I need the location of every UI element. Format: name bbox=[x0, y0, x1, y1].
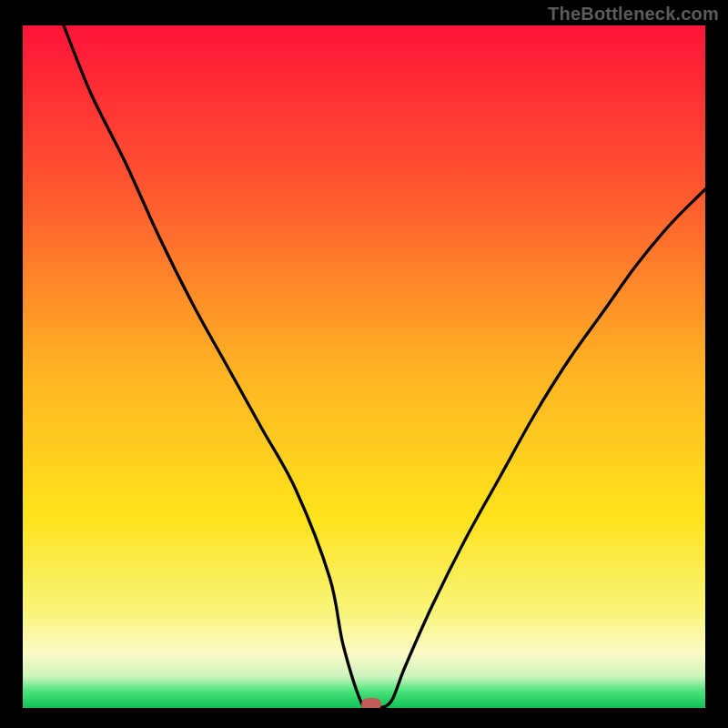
chart-svg bbox=[23, 25, 705, 708]
watermark-text: TheBottleneck.com bbox=[548, 4, 719, 25]
minimum-marker bbox=[361, 698, 381, 708]
plot-area bbox=[23, 25, 705, 708]
chart-stage: TheBottleneck.com bbox=[0, 0, 728, 728]
gradient-background bbox=[23, 25, 705, 708]
